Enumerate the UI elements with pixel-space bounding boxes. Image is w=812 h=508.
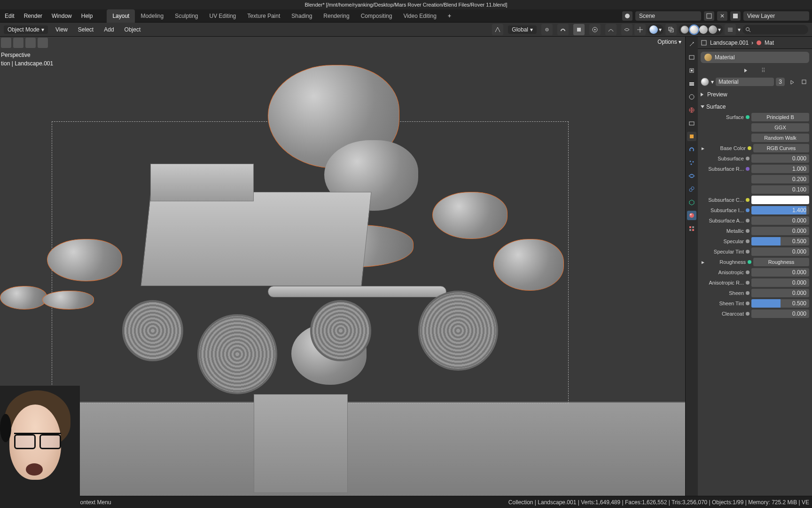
- tab-output-icon[interactable]: [687, 66, 696, 75]
- split-icon[interactable]: [13, 38, 23, 48]
- falloff-icon[interactable]: [605, 24, 617, 35]
- menu-add[interactable]: Add: [101, 26, 117, 33]
- tab-constraints-icon[interactable]: [687, 184, 696, 194]
- tab-material-icon[interactable]: [687, 211, 696, 220]
- outliner-sync-icon[interactable]: [725, 24, 736, 35]
- tab-particles-icon[interactable]: [687, 158, 696, 167]
- snap-target-icon[interactable]: [573, 24, 585, 35]
- node-socket-icon[interactable]: [746, 157, 750, 160]
- tab-rendering[interactable]: Rendering: [318, 9, 355, 23]
- tab-uv[interactable]: UV Editing: [204, 9, 242, 23]
- tab-texture[interactable]: Texture Paint: [242, 9, 286, 23]
- material-users-count[interactable]: 3: [776, 78, 785, 86]
- shading-rendered-icon[interactable]: [709, 25, 717, 34]
- node-socket-icon[interactable]: [748, 260, 751, 264]
- shading-solid-icon[interactable]: [690, 25, 698, 34]
- node-socket-icon[interactable]: [746, 198, 750, 202]
- surface-shader-button[interactable]: Principled B: [751, 113, 809, 121]
- tab-texture-icon[interactable]: [687, 224, 696, 233]
- tab-video[interactable]: Video Editing: [398, 9, 442, 23]
- fake-user-icon[interactable]: [787, 77, 797, 87]
- subsurf-method-dropdown[interactable]: Random Walk: [751, 134, 809, 142]
- tab-layout[interactable]: Layout: [107, 9, 135, 23]
- search-input[interactable]: [742, 25, 808, 34]
- shading-matprev-icon[interactable]: [699, 25, 708, 34]
- viewlayer-browse-icon[interactable]: [730, 11, 741, 21]
- subsurface-value[interactable]: 0.000: [751, 154, 809, 163]
- menu-help[interactable]: Help: [77, 9, 98, 23]
- anisotropic-rot-value[interactable]: 0.000: [751, 278, 809, 287]
- tab-render-icon[interactable]: [687, 53, 696, 62]
- subsurf-aniso-value[interactable]: 0.000: [751, 216, 809, 225]
- orientation-dropdown[interactable]: Global ▾: [508, 25, 537, 34]
- breadcrumb-object[interactable]: Landscape.001: [710, 40, 749, 46]
- scene-browse-icon[interactable]: [622, 11, 632, 21]
- node-socket-icon[interactable]: [746, 281, 750, 285]
- split-icon-2[interactable]: [25, 38, 36, 48]
- node-socket-icon[interactable]: [746, 115, 750, 119]
- subsurf-radius-y[interactable]: 0.200: [751, 175, 809, 183]
- viewport-options-button[interactable]: Options ▾: [657, 39, 681, 45]
- menu-object[interactable]: Object: [122, 26, 144, 33]
- tab-add[interactable]: +: [442, 9, 457, 23]
- slot-list-grip[interactable]: ⠿: [698, 66, 812, 75]
- breadcrumb-material[interactable]: Mat: [765, 40, 774, 46]
- surface-panel-header[interactable]: Surface: [701, 102, 809, 112]
- subsurf-radius-x[interactable]: 1.000: [751, 165, 809, 173]
- tab-shading[interactable]: Shading: [286, 9, 318, 23]
- 3d-viewport[interactable]: Perspective tion | Landscape.001 Options…: [0, 37, 685, 496]
- subsurf-color-swatch[interactable]: [751, 196, 809, 204]
- viewlayer-name-field[interactable]: View Layer: [743, 11, 809, 21]
- node-socket-icon[interactable]: [746, 219, 750, 222]
- tab-modifier-icon[interactable]: [687, 145, 696, 154]
- preview-panel-header[interactable]: Preview: [701, 89, 809, 100]
- node-socket-icon[interactable]: [746, 312, 750, 316]
- xray-toggle[interactable]: [665, 24, 677, 35]
- menu-render[interactable]: Render: [19, 9, 47, 23]
- sheen-value[interactable]: 0.000: [751, 289, 809, 297]
- tab-physics-icon[interactable]: [687, 171, 696, 181]
- proportional-edit-toggle[interactable]: [589, 24, 601, 35]
- clearcoat-value[interactable]: 0.000: [751, 310, 809, 318]
- tab-compositing[interactable]: Compositing: [355, 9, 398, 23]
- node-socket-icon[interactable]: [746, 302, 750, 305]
- split-icon-3[interactable]: [38, 38, 48, 48]
- snap-toggle[interactable]: [557, 24, 569, 35]
- editor-type-icon[interactable]: [1, 38, 11, 48]
- material-name-field[interactable]: Material: [716, 78, 774, 86]
- node-socket-icon[interactable]: [746, 229, 750, 233]
- scene-delete-icon[interactable]: ✕: [717, 11, 727, 21]
- node-socket-icon[interactable]: [746, 250, 750, 254]
- basecolor-value[interactable]: RGB Curves: [753, 144, 809, 152]
- chevron-down-icon[interactable]: ▾: [711, 79, 714, 85]
- mode-dropdown[interactable]: Object Mode ▾: [4, 25, 48, 34]
- shading-wireframe-icon[interactable]: [680, 25, 689, 34]
- distribution-dropdown[interactable]: GGX: [751, 123, 809, 132]
- sheen-tint-value[interactable]: 0.500: [751, 299, 809, 308]
- new-material-icon[interactable]: [799, 77, 809, 87]
- tab-modeling[interactable]: Modeling: [135, 9, 169, 23]
- specular-tint-value[interactable]: 0.000: [751, 247, 809, 256]
- anisotropic-value[interactable]: 0.000: [751, 268, 809, 277]
- menu-select[interactable]: Select: [75, 26, 96, 33]
- tab-tool-icon[interactable]: [687, 40, 696, 49]
- subsurf-radius-z[interactable]: 0.100: [751, 185, 809, 194]
- overlay-toggles[interactable]: ▾: [648, 24, 664, 35]
- tab-viewlayer-icon[interactable]: [687, 79, 696, 88]
- pivot-icon[interactable]: [541, 24, 553, 35]
- metallic-value[interactable]: 0.000: [751, 227, 809, 235]
- expand-icon[interactable]: ►: [701, 146, 705, 151]
- subsurf-ior-value[interactable]: 1.400: [751, 206, 809, 214]
- tab-object-icon[interactable]: [687, 132, 696, 141]
- node-socket-icon[interactable]: [746, 270, 750, 274]
- scene-name-field[interactable]: Scene: [635, 11, 701, 21]
- menu-edit[interactable]: Edit: [0, 9, 19, 23]
- scene-new-icon[interactable]: [704, 11, 714, 21]
- node-socket-icon[interactable]: [746, 208, 750, 212]
- roughness-value[interactable]: Roughness: [753, 258, 809, 266]
- expand-icon[interactable]: ►: [701, 260, 705, 265]
- specular-value[interactable]: 0.500: [751, 237, 809, 246]
- transform-orientation-icon[interactable]: [492, 24, 503, 35]
- gizmo-icon[interactable]: [634, 24, 646, 35]
- tab-mesh-icon[interactable]: [687, 198, 696, 207]
